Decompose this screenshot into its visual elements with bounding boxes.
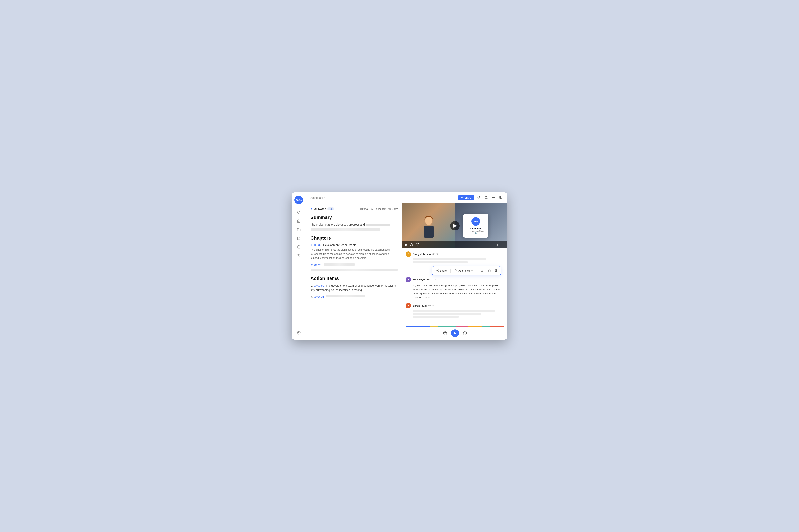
svg-text:15: 15 [444, 332, 446, 333]
ai-sparkle-icon: ✦ [310, 207, 313, 211]
upload-button[interactable] [484, 195, 489, 201]
toolbar-copy-button[interactable] [487, 268, 491, 273]
svg-point-8 [477, 196, 480, 198]
playback-forward-button[interactable] [463, 331, 467, 336]
chapter2-title-skeleton [324, 263, 355, 266]
chapter1-description: This chapter highlights the significance… [310, 248, 398, 260]
playback-rewind-button[interactable]: 15 [443, 331, 447, 336]
sidebar-logo[interactable]: notta [294, 196, 303, 204]
app-window: notta Dashboard / [292, 192, 507, 340]
svg-line-28 [437, 270, 438, 271]
sidebar-item-folder[interactable] [295, 226, 302, 233]
svg-point-6 [298, 332, 299, 334]
transcript-text-tom: Hi, PM. Sure. We've made significant pro… [405, 284, 504, 300]
chapter-item-2: 00:01:25 [310, 263, 398, 271]
chapter1-title: Development Team Update [323, 243, 356, 247]
svg-rect-5 [298, 245, 299, 246]
sidebar-item-home[interactable] [295, 217, 302, 225]
action-item-2: 2. 00:04:21 [310, 295, 398, 299]
toolbar-share-button[interactable]: Share [435, 268, 448, 273]
svg-rect-7 [461, 197, 463, 199]
transcript-entry-tom: T Tom Reynolds 00:11 Hi, PM. Sure. We've… [405, 277, 504, 300]
sidebar-toggle-button[interactable] [498, 195, 503, 201]
ai-notes-header: ✦ AI Notes Beta Tutorial Feedback [310, 207, 398, 211]
ai-notes-title: ✦ AI Notes Beta [310, 207, 334, 211]
vc-fullscreen-button[interactable]: ⛶ [502, 243, 505, 247]
transcript-header-tom: T Tom Reynolds 00:11 [405, 277, 504, 282]
playback-play-button[interactable] [451, 329, 459, 337]
svg-rect-13 [389, 209, 391, 210]
progress-area: 15 [402, 324, 507, 340]
main-content: Dashboard / Share ••• [306, 192, 507, 340]
notta-bot-logo: notta [471, 217, 480, 226]
sidebar-item-clipboard[interactable] [295, 243, 302, 250]
vc-forward-button[interactable] [415, 243, 418, 247]
toolbar-delete-button[interactable] [494, 268, 498, 273]
svg-point-0 [297, 211, 300, 213]
sidebar-item-search[interactable] [295, 209, 302, 216]
action-items-section: Action Items 1. 00:00:50 The development… [310, 276, 398, 299]
video-container: notta Notta Bot Take Meeting Notes 🎙️ ▶ [402, 203, 507, 248]
copy-link[interactable]: Copy [388, 207, 398, 210]
more-button[interactable]: ••• [491, 195, 496, 201]
svg-point-32 [482, 270, 482, 270]
toolbar-image-button[interactable] [480, 268, 484, 273]
sidebar-item-trash[interactable] [295, 252, 302, 259]
transcript-area: E Emily Johnson 00:02 Share [402, 248, 507, 324]
header: Dashboard / Share ••• [306, 192, 507, 203]
summary-skeleton-1 [310, 228, 380, 231]
progress-seg-7 [490, 326, 504, 327]
video-play-button[interactable] [450, 221, 460, 230]
progress-seg-2 [430, 326, 438, 327]
chapters-section: Chapters 00:00:32 Development Team Updat… [310, 235, 398, 271]
action1-timestamp[interactable]: 00:00:50 [314, 284, 324, 287]
transcript-entry-sarah: S Sarah Patel 00:24 [405, 303, 504, 318]
feedback-link[interactable]: Feedback [371, 207, 386, 210]
progress-seg-1 [405, 326, 430, 327]
chapter1-timestamp[interactable]: 00:00:32 [310, 243, 321, 247]
progress-seg-5 [468, 326, 483, 327]
notta-bot-name: Notta Bot [467, 227, 485, 230]
header-actions: Share ••• [458, 195, 503, 201]
speaker-time-tom: 00:11 [432, 278, 437, 281]
svg-point-25 [437, 270, 437, 271]
toolbar-add-notes-button[interactable]: Add notes [453, 268, 475, 273]
svg-rect-33 [489, 270, 490, 272]
chapter2-timestamp[interactable]: 00:01:25 [310, 264, 321, 267]
svg-line-27 [437, 271, 438, 271]
vc-fullscreen-pip-button[interactable]: ⊡ [497, 243, 500, 247]
emily-transcript-skeleton [405, 258, 504, 263]
vc-right-controls: − ⊡ ⛶ [493, 243, 505, 247]
vc-minimize-button[interactable]: − [493, 243, 495, 247]
chapter2-desc-skeleton-1 [310, 269, 398, 271]
chapter-item-1: 00:00:32 Development Team Update This ch… [310, 243, 398, 260]
sidebar-item-settings[interactable] [295, 329, 302, 336]
left-panel: ✦ AI Notes Beta Tutorial Feedback [306, 203, 402, 340]
vc-play-button[interactable]: ▶ [405, 243, 407, 247]
transcript-toolbar: Share Add notes [432, 266, 501, 275]
svg-rect-1 [297, 237, 300, 240]
progress-track[interactable] [405, 326, 504, 327]
vc-rewind-button[interactable] [410, 243, 413, 247]
video-controls: ▶ − ⊡ ⛶ [402, 241, 507, 248]
share-button[interactable]: Share [458, 195, 474, 200]
notta-bot-card: notta Notta Bot Take Meeting Notes 🎙️ [463, 214, 489, 238]
playback-controls: 15 [405, 327, 504, 340]
content-area: ✦ AI Notes Beta Tutorial Feedback [306, 203, 507, 340]
beta-badge: Beta [327, 207, 334, 210]
sidebar-item-calendar[interactable] [295, 235, 302, 242]
action2-skeleton [326, 295, 365, 298]
transcript-header-sarah: S Sarah Patel 00:24 [405, 303, 504, 308]
tutorial-link[interactable]: Tutorial [357, 207, 368, 210]
action-item-1: 1. 00:00:50 The development team should … [310, 284, 398, 292]
right-panel: notta Notta Bot Take Meeting Notes 🎙️ ▶ [402, 203, 507, 340]
speaker-name-emily: Emily Johnson [413, 252, 431, 255]
svg-rect-10 [500, 196, 502, 198]
sidebar: notta [292, 192, 306, 340]
logo-text: notta [296, 198, 302, 201]
action2-timestamp[interactable]: 00:04:21 [314, 295, 324, 299]
search-button[interactable] [476, 195, 481, 201]
sarah-transcript-skeleton [405, 309, 504, 318]
speaker-name-sarah: Sarah Patel [413, 304, 426, 307]
speaker-avatar-emily: E [405, 251, 411, 257]
